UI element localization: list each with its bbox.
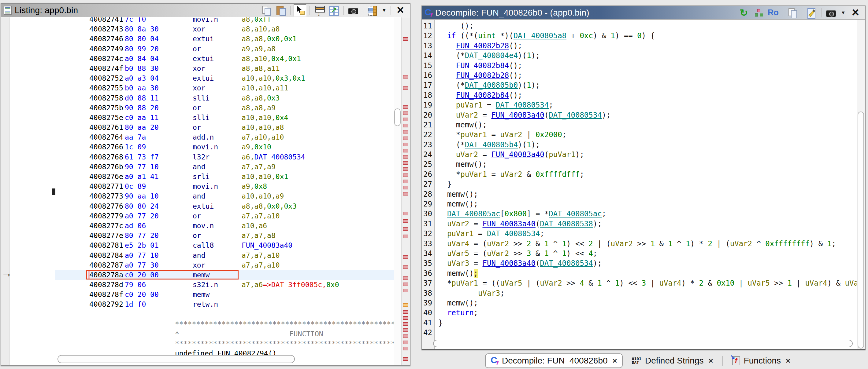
decompiler-line[interactable]: 25 memw(); bbox=[422, 160, 857, 169]
change-marker[interactable] bbox=[403, 192, 408, 196]
change-marker[interactable] bbox=[403, 87, 408, 90]
change-marker[interactable] bbox=[403, 130, 408, 133]
decompiler-line[interactable]: 41} bbox=[422, 318, 857, 328]
change-marker[interactable] bbox=[403, 341, 408, 344]
re-decompile-icon[interactable]: ↻ bbox=[737, 7, 750, 19]
decompiler-line[interactable]: 28 memw(); bbox=[422, 190, 857, 199]
listing-row[interactable]: 4008275b90 88 20ora8,a8,a9 bbox=[55, 103, 394, 113]
change-marker[interactable] bbox=[403, 235, 408, 238]
listing-row[interactable]: 4008278fc0 20 00memw bbox=[55, 290, 394, 299]
expand-fields-icon[interactable] bbox=[313, 4, 326, 16]
listing-row[interactable]: 40082764aa 7aadd.na7,a10,a10 bbox=[55, 132, 394, 142]
tab-close-icon[interactable]: × bbox=[708, 356, 713, 366]
listing-vertical-scrollbar[interactable] bbox=[394, 18, 401, 365]
decompiler-line[interactable]: 33 uVar4 = (uVar2 >> 2 & 1 ^ 1) << 2 | (… bbox=[422, 239, 857, 249]
listing-horizontal-scrollbar[interactable] bbox=[58, 355, 295, 363]
change-marker[interactable] bbox=[403, 186, 408, 190]
listing-row[interactable]: 400827710c 89movi.na9,0x8 bbox=[55, 181, 394, 191]
decompiler-line[interactable]: 22 *puVar1 = uVar2 | 0x2000; bbox=[422, 130, 857, 140]
decompiler-line[interactable]: 19 puVar1 = DAT_40080534; bbox=[422, 100, 857, 110]
listing-row[interactable]: 4008276180 aa 20ora10,a10,a8 bbox=[55, 123, 394, 132]
listing-row[interactable]: 4008275ec0 aa 11sllia10,a10,0x4 bbox=[55, 113, 394, 123]
listing-row[interactable]: 400827921d f0retw.n bbox=[55, 299, 394, 309]
change-marker[interactable] bbox=[403, 105, 408, 109]
change-marker[interactable] bbox=[403, 161, 408, 165]
diff-view-icon[interactable]: ↗ bbox=[328, 4, 340, 16]
scrollbar-thumb[interactable] bbox=[394, 108, 401, 126]
listing-row[interactable]: 4008276861 73 f7l32ra6,DAT_40080534 bbox=[55, 152, 394, 162]
decompiler-vertical-scrollbar[interactable] bbox=[857, 20, 865, 349]
change-marker[interactable] bbox=[403, 334, 408, 338]
decompiler-line[interactable]: 32 puVar1 = DAT_40080534; bbox=[422, 229, 857, 239]
decompiler-line[interactable]: 17 (*DAT_400805b0)(1); bbox=[422, 80, 857, 90]
decompiler-title-bar[interactable]: Cf Decompile: FUN_400826b0 - (app0.bin) … bbox=[422, 6, 865, 20]
snapshot-icon[interactable] bbox=[347, 4, 360, 16]
tab-close-icon[interactable]: × bbox=[786, 356, 790, 366]
listing-row[interactable]: 4008274380 8a 30xora8,a10,a8 bbox=[55, 24, 394, 34]
decompiler-line[interactable]: 27 } bbox=[422, 179, 857, 189]
decompiler-line[interactable]: 42 bbox=[422, 328, 857, 338]
decompiler-line[interactable]: 36 memw(); bbox=[422, 269, 857, 278]
listing-row[interactable]: 4008276b90 77 10anda7,a7,a9 bbox=[55, 162, 394, 172]
listing-row[interactable]: 40082758d0 88 11sllia8,a8,0x3 bbox=[55, 93, 394, 103]
tab-decompile[interactable]: Cf Decompile: FUN_400826b0 × bbox=[485, 354, 623, 368]
listing-row[interactable]: 4008277680 80 24extuia8,a8,0x0,0x3 bbox=[55, 201, 394, 211]
listing-row[interactable]: 40082781e5 2b 01call8FUN_40083a40 bbox=[55, 240, 394, 250]
decompiler-line[interactable]: 38 uVar3; bbox=[422, 288, 857, 298]
change-marker[interactable] bbox=[403, 282, 408, 286]
change-marker[interactable] bbox=[403, 219, 408, 223]
decompiler-horizontal-scrollbar[interactable] bbox=[433, 340, 853, 347]
listing-row[interactable]: 40082787a0 77 30xora7,a7,a10 bbox=[55, 260, 394, 270]
change-marker[interactable] bbox=[403, 303, 408, 307]
scrollbar-thumb[interactable] bbox=[858, 111, 864, 348]
decompiler-line[interactable]: 16 FUN_40082b28(); bbox=[422, 71, 857, 80]
close-icon[interactable]: × bbox=[849, 7, 862, 19]
paste-icon[interactable] bbox=[274, 4, 287, 16]
listing-row[interactable]: 4008274ca0 84 04extuia8,a10,0x4,0x1 bbox=[55, 54, 394, 64]
edit-icon[interactable] bbox=[805, 7, 818, 19]
change-marker[interactable] bbox=[403, 137, 408, 140]
listing-row[interactable]: 4008276ea0 a1 41srlia10,a10,0x1 bbox=[55, 172, 394, 181]
listing-row[interactable]: 40082752a0 a3 04extuia10,a10,0x3,0x1 bbox=[55, 73, 394, 83]
listing-row[interactable]: 4008278d79 06s32i.na7,a6=>DAT_3ff0005c,0… bbox=[55, 280, 394, 290]
rename-icon[interactable]: Ro bbox=[767, 7, 780, 19]
listing-change-markers-strip[interactable] bbox=[401, 18, 410, 365]
listing-row[interactable]: 4008274fb0 88 30xora8,a8,a11 bbox=[55, 64, 394, 73]
change-marker[interactable] bbox=[403, 155, 408, 159]
listing-row[interactable]: 400827661c 09movi.na9,0x10 bbox=[55, 142, 394, 152]
decompiler-line[interactable]: 34 uVar5 = (uVar2 >> 3 & 1 ^ 1) << 4; bbox=[422, 249, 857, 259]
change-marker[interactable] bbox=[403, 328, 408, 332]
decompiler-line[interactable]: 21 memw(); bbox=[422, 120, 857, 130]
decompiler-code-area[interactable]: 11 ();12 if ((*(uint *)(DAT_400805a8 + 0… bbox=[422, 20, 857, 349]
change-marker[interactable] bbox=[403, 265, 408, 269]
change-marker[interactable] bbox=[403, 149, 408, 153]
decompiler-line[interactable]: 37 *puVar1 = ((uVar5 | (uVar2 >> 4 & 1 ^… bbox=[422, 278, 857, 288]
listing-row[interactable]: 40082755b0 aa 30xora10,a10,a11 bbox=[55, 83, 394, 93]
listing-row[interactable]: 4008278ac0 20 00memw bbox=[55, 270, 394, 280]
decompiler-line[interactable]: 20 uVar2 = FUN_40083a40(DAT_40080534); bbox=[422, 110, 857, 120]
change-marker[interactable] bbox=[403, 322, 408, 326]
change-marker[interactable] bbox=[403, 255, 408, 259]
decompiler-line[interactable]: 24 uVar2 = FUN_40083a40(puVar1); bbox=[422, 150, 857, 160]
decompiler-line[interactable]: 23 (*DAT_400805b4)(1); bbox=[422, 140, 857, 150]
decompiler-line[interactable]: 35 uVar3 = FUN_40083a40(DAT_40080534); bbox=[422, 259, 857, 268]
snapshot-icon[interactable] bbox=[825, 7, 837, 19]
change-marker[interactable] bbox=[403, 357, 408, 361]
listing-row[interactable]: 4008277cad 06mov.na10,a6 bbox=[55, 221, 394, 231]
listing-row[interactable]: 4008274980 99 20ora9,a9,a8 bbox=[55, 44, 394, 54]
change-marker[interactable] bbox=[403, 111, 408, 115]
decompiler-line[interactable]: 15 FUN_40082b84(); bbox=[422, 61, 857, 71]
change-marker[interactable] bbox=[403, 37, 408, 41]
change-marker[interactable] bbox=[403, 173, 408, 177]
tab-functions[interactable]: ↘f Functions × bbox=[727, 354, 796, 368]
change-marker[interactable] bbox=[403, 143, 408, 146]
change-marker[interactable] bbox=[403, 276, 408, 280]
change-marker[interactable] bbox=[403, 124, 408, 127]
tab-close-icon[interactable]: × bbox=[613, 356, 617, 366]
listing-row[interactable]: 40082779a0 77 20ora7,a7,a10 bbox=[55, 211, 394, 221]
listing-code-area[interactable]: 400827417c f0movi.na8,0xff4008274380 8a … bbox=[55, 18, 394, 365]
change-marker[interactable] bbox=[403, 310, 408, 314]
decompiler-line[interactable]: 30 DAT_400805ac[0x800] = *DAT_400805ac; bbox=[422, 209, 857, 219]
copy-icon[interactable] bbox=[260, 4, 273, 16]
dropdown-icon[interactable]: ▼ bbox=[381, 4, 388, 16]
